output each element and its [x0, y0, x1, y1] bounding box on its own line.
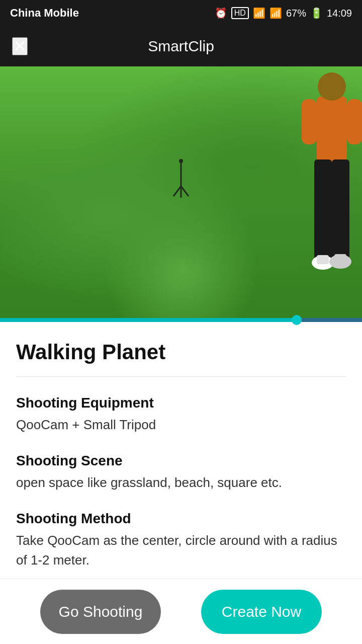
svg-rect-5	[317, 97, 347, 162]
shooting-method-label: Shooting Method	[16, 511, 346, 527]
shooting-method-value: Take QooCam as the center, circle around…	[16, 531, 346, 570]
svg-point-6	[318, 72, 346, 101]
battery-icon: 🔋	[310, 7, 323, 19]
grass-background	[0, 66, 362, 318]
app-title: SmartClip	[148, 38, 214, 55]
status-icons: ⏰ HD 📶 📶 67% 🔋 14:09	[215, 7, 352, 19]
hd-icon: HD	[231, 7, 249, 19]
tripod-figure	[171, 158, 191, 201]
svg-point-4	[179, 159, 183, 163]
alarm-icon: ⏰	[215, 7, 227, 19]
shooting-scene-value: open space like grassland, beach, square…	[16, 473, 346, 493]
hero-image	[0, 66, 362, 318]
status-bar: China Mobile ⏰ HD 📶 📶 67% 🔋 14:09	[0, 0, 362, 26]
title-divider	[16, 376, 346, 377]
svg-line-2	[181, 186, 189, 196]
go-shooting-button[interactable]: Go Shooting	[40, 590, 161, 634]
shooting-equipment-value: QooCam + Small Tripod	[16, 415, 346, 435]
svg-rect-8	[347, 99, 362, 144]
person-silhouette	[292, 66, 362, 318]
svg-rect-14	[334, 254, 346, 263]
shooting-scene-label: Shooting Scene	[16, 453, 346, 469]
progress-indicator	[292, 315, 302, 325]
bottom-bar: Go Shooting Create Now	[0, 579, 362, 644]
shooting-equipment-section: Shooting Equipment QooCam + Small Tripod	[16, 395, 346, 435]
shooting-method-section: Shooting Method Take QooCam as the cente…	[16, 511, 346, 570]
svg-rect-10	[332, 159, 349, 260]
close-icon: ✕	[13, 37, 27, 55]
app-header: ✕ SmartClip	[0, 26, 362, 66]
create-now-label: Create Now	[222, 603, 301, 620]
content-title: Walking Planet	[16, 340, 346, 364]
svg-rect-7	[302, 99, 317, 144]
svg-rect-13	[317, 255, 329, 264]
go-shooting-label: Go Shooting	[59, 603, 143, 620]
progress-bar	[0, 318, 362, 322]
create-now-button[interactable]: Create Now	[201, 590, 322, 634]
battery-label: 67%	[286, 8, 306, 19]
wifi-icon: 📶	[253, 7, 265, 19]
close-button[interactable]: ✕	[12, 37, 28, 55]
shooting-scene-section: Shooting Scene open space like grassland…	[16, 453, 346, 493]
shooting-equipment-label: Shooting Equipment	[16, 395, 346, 411]
progress-fill	[0, 318, 302, 322]
signal-icon: 📶	[269, 7, 282, 19]
svg-rect-9	[314, 159, 332, 260]
time-label: 14:09	[327, 8, 352, 19]
svg-line-1	[173, 186, 181, 196]
carrier-label: China Mobile	[10, 7, 79, 20]
